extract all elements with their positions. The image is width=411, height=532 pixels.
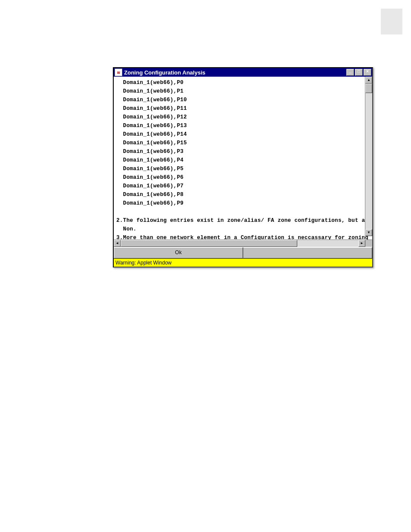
scroll-right-arrow-icon[interactable]: ► [358,240,365,247]
scrollbar-corner [365,240,372,247]
window-buttons: _ □ × [346,69,371,76]
maximize-button[interactable]: □ [355,69,363,76]
window-title: Zoning Configuration Analysis [124,69,346,76]
scroll-down-arrow-icon[interactable]: ▼ [365,229,372,236]
ok-button[interactable]: Ok [114,247,243,258]
close-button[interactable]: × [364,69,371,76]
titlebar[interactable]: ≋ Zoning Configuration Analysis _ □ × [114,68,372,77]
horizontal-scrollbar[interactable]: ◄ ► [114,240,372,247]
vertical-scroll-thumb[interactable] [365,84,372,93]
applet-warning-bar: Warning: Applet Window [114,258,372,267]
content-area: Domain_1(web66),P0 Domain_1(web66),P1 Do… [114,77,372,240]
horizontal-scroll-thumb[interactable] [121,240,297,247]
scroll-up-arrow-icon[interactable]: ▲ [365,77,372,84]
scroll-left-arrow-icon[interactable]: ◄ [114,240,121,247]
analysis-text: Domain_1(web66),P0 Domain_1(web66),P1 Do… [114,77,372,240]
button-row: Ok [114,247,372,258]
vertical-scrollbar[interactable]: ▲ ▼ [365,77,372,236]
zoning-analysis-window: ≋ Zoning Configuration Analysis _ □ × Do… [113,67,373,268]
button-spacer [243,247,372,258]
minimize-button[interactable]: _ [346,69,354,76]
page-corner-box [381,9,402,34]
java-cup-icon: ≋ [115,68,122,76]
